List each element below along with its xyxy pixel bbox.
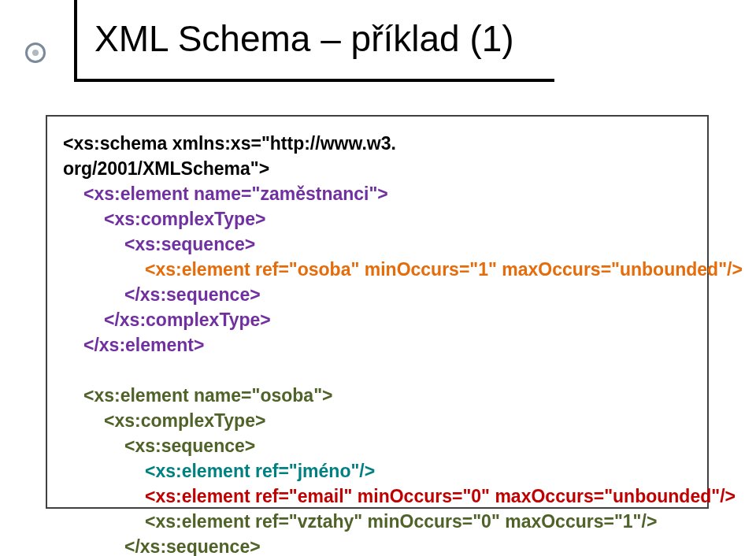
code-line: <xs:element name="zaměstnanci"> [63, 181, 691, 206]
code-line: </xs:sequence> [63, 534, 691, 556]
bullet-icon [25, 43, 46, 63]
code-line: </xs:element> [63, 332, 691, 358]
slide: XML Schema – příklad (1) <xs:schema xmln… [0, 0, 756, 556]
code-line: <xs:element ref="jméno"/> [63, 458, 691, 484]
code-box: <xs:schema xmlns:xs="http://www.w3. org/… [46, 115, 709, 509]
code-line: <xs:schema xmlns:xs="http://www.w3. [63, 131, 691, 156]
code-line: org/2001/XMLSchema"> [63, 156, 691, 181]
code-line: <xs:element name="osoba"> [63, 383, 691, 408]
slide-title: XML Schema – příklad (1) [94, 17, 514, 60]
code-line: </xs:complexType> [63, 307, 691, 332]
code-line: <xs:element ref="email" minOccurs="0" ma… [63, 484, 691, 509]
blank-line [63, 358, 691, 383]
code-line: </xs:sequence> [63, 282, 691, 307]
code-line: <xs:element ref="vztahy" minOccurs="0" m… [63, 509, 691, 534]
code-line: <xs:sequence> [63, 433, 691, 458]
code-line: <xs:complexType> [63, 206, 691, 232]
code-line: <xs:sequence> [63, 232, 691, 257]
title-rule-vertical [74, 0, 77, 79]
code-line: <xs:element ref="osoba" minOccurs="1" ma… [63, 257, 691, 282]
title-rule-horizontal [74, 79, 554, 82]
code-line: <xs:complexType> [63, 408, 691, 433]
